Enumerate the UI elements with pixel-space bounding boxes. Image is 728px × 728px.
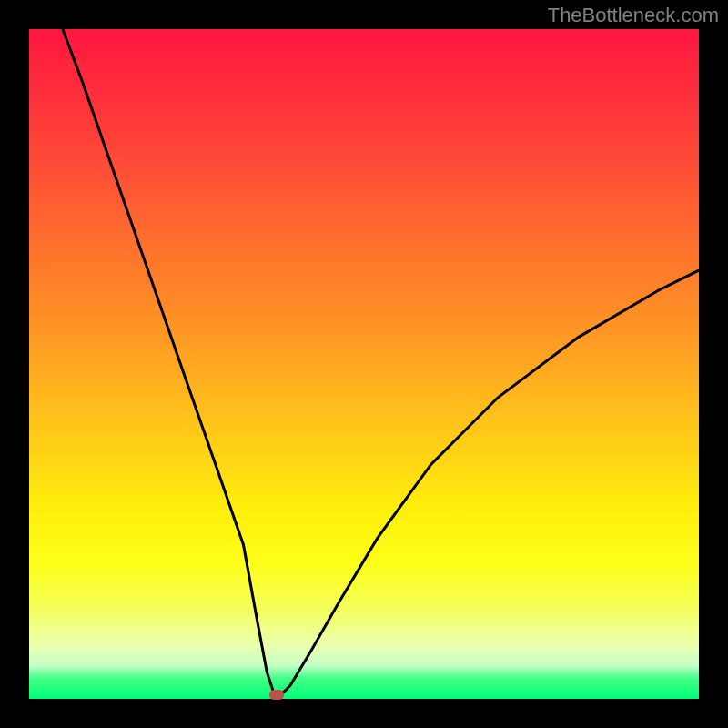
bottleneck-curve	[29, 29, 699, 699]
curve-line	[63, 29, 699, 699]
chart-plot-area	[29, 29, 699, 699]
optimal-point-marker	[269, 690, 284, 700]
watermark-text: TheBottleneck.com	[548, 4, 719, 27]
